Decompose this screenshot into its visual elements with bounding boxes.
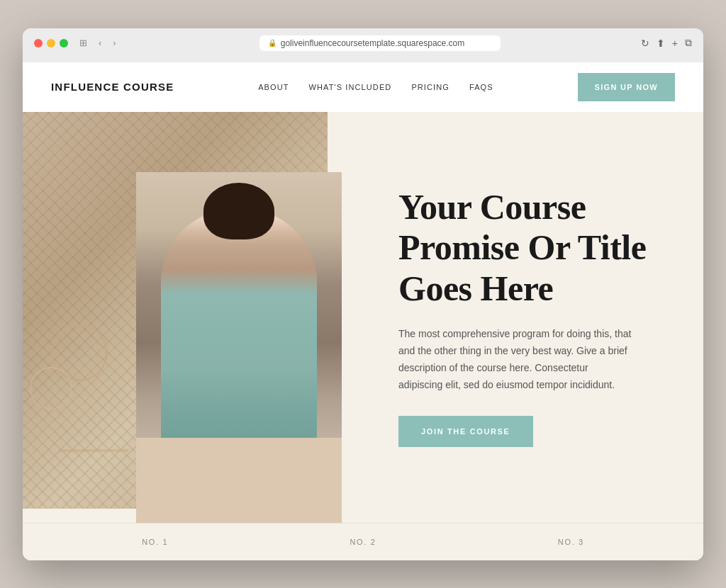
portrait-photo bbox=[136, 172, 342, 456]
lock-icon: 🔒 bbox=[268, 39, 277, 47]
nav-links: ABOUT WHAT'S INCLUDED PRICING FAQS bbox=[258, 83, 493, 91]
hero-description: The most comprehensive program for doing… bbox=[398, 326, 632, 393]
jewelry-bar bbox=[58, 449, 129, 452]
nav-item-faqs[interactable]: FAQS bbox=[469, 83, 493, 91]
hero-section: Your Course Promise Or Title Goes Here T… bbox=[23, 112, 703, 523]
browser-tabs-bar bbox=[34, 57, 692, 62]
refresh-icon[interactable]: ↻ bbox=[641, 38, 649, 49]
minimize-button[interactable] bbox=[47, 39, 55, 47]
jewelry-circle-2 bbox=[30, 367, 72, 409]
join-course-button[interactable]: JOIN THE COURSE bbox=[398, 416, 533, 447]
hero-content: Your Course Promise Or Title Goes Here T… bbox=[377, 112, 703, 523]
overlay-block bbox=[136, 438, 342, 523]
share-icon[interactable]: ⬆ bbox=[657, 38, 665, 49]
new-tab-icon[interactable]: + bbox=[672, 38, 678, 49]
address-bar-container: 🔒 goliveinfluencecoursetemplate.squaresp… bbox=[128, 35, 632, 51]
forward-icon[interactable]: › bbox=[110, 36, 118, 50]
browser-right-controls: ↻ ⬆ + ⧉ bbox=[641, 37, 692, 49]
hero-title: Your Course Promise Or Title Goes Here bbox=[398, 187, 668, 310]
hero-images bbox=[23, 112, 377, 523]
close-button[interactable] bbox=[34, 39, 43, 47]
browser-chrome: ⊞ ‹ › 🔒 goliveinfluencecoursetemplate.sq… bbox=[23, 28, 703, 62]
signup-button[interactable]: SIGN UP NOW bbox=[578, 73, 676, 101]
page-content: INFLUENCE COURSE ABOUT WHAT'S INCLUDED P… bbox=[23, 62, 703, 560]
main-nav: INFLUENCE COURSE ABOUT WHAT'S INCLUDED P… bbox=[23, 62, 703, 112]
sidebar-toggle-icon[interactable]: ⊞ bbox=[77, 36, 90, 50]
tab-overview-icon[interactable]: ⧉ bbox=[685, 37, 692, 49]
footer-number-2: NO. 2 bbox=[350, 538, 376, 546]
address-bar[interactable]: 🔒 goliveinfluencecoursetemplate.squaresp… bbox=[259, 35, 501, 51]
back-icon[interactable]: ‹ bbox=[96, 36, 104, 50]
browser-window: ⊞ ‹ › 🔒 goliveinfluencecoursetemplate.sq… bbox=[23, 28, 703, 560]
browser-controls: ⊞ ‹ › bbox=[77, 36, 119, 50]
footer-number-1: NO. 1 bbox=[142, 538, 168, 546]
nav-item-pricing[interactable]: PRICING bbox=[411, 83, 449, 91]
traffic-lights bbox=[34, 39, 68, 47]
nav-item-about[interactable]: ABOUT bbox=[258, 83, 289, 91]
footer-numbers: NO. 1 NO. 2 NO. 3 bbox=[23, 523, 703, 560]
nav-item-whats-included[interactable]: WHAT'S INCLUDED bbox=[309, 83, 392, 91]
footer-number-3: NO. 3 bbox=[558, 538, 584, 546]
url-text: goliveinfluencecoursetemplate.squarespac… bbox=[281, 38, 464, 48]
fullscreen-button[interactable] bbox=[60, 39, 68, 47]
site-logo[interactable]: INFLUENCE COURSE bbox=[51, 81, 174, 93]
browser-top-bar: ⊞ ‹ › 🔒 goliveinfluencecoursetemplate.sq… bbox=[34, 35, 692, 51]
